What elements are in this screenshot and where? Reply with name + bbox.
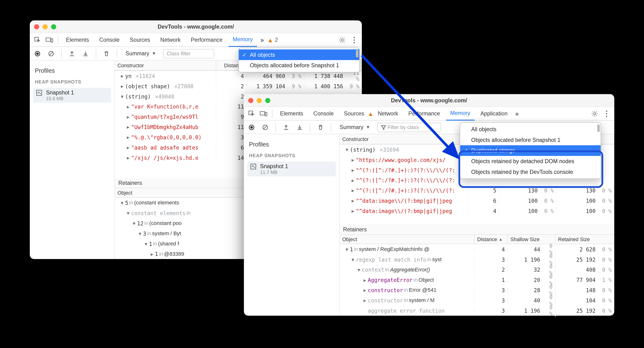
dropdown-option-before[interactable]: Objects allocated before Snapshot 1 bbox=[239, 60, 359, 71]
dropdown-option-duplicated[interactable]: Duplicated strings bbox=[460, 145, 600, 156]
titlebar[interactable]: DevTools - www.google.com/ bbox=[244, 94, 614, 107]
more-tabs-icon[interactable]: » bbox=[514, 110, 520, 117]
col-shallow[interactable]: Shallow Size bbox=[508, 235, 556, 244]
upload-icon[interactable] bbox=[67, 49, 77, 59]
svg-point-17 bbox=[606, 113, 607, 114]
devtools-window-2: DevTools - www.google.com/ Elements Cons… bbox=[244, 94, 614, 316]
close-icon[interactable] bbox=[248, 98, 253, 103]
table-row[interactable]: ▼regexp_last_match_info in syst31 1960 %… bbox=[340, 254, 614, 264]
dropdown-option-detached[interactable]: Objects retained by detached DOM nodes bbox=[460, 156, 600, 167]
tab-console[interactable]: Console bbox=[309, 107, 338, 120]
titlebar[interactable]: DevTools - www.google.com/ bbox=[30, 21, 362, 33]
tab-sources[interactable]: Sources bbox=[340, 107, 368, 120]
snapshot-item[interactable]: Snapshot 1 11.7 MB bbox=[248, 161, 336, 177]
close-icon[interactable] bbox=[34, 24, 39, 29]
tab-memory[interactable]: Memory bbox=[446, 107, 474, 120]
table-row[interactable]: ▶constructor in system / M3400 %1040 % bbox=[340, 295, 614, 305]
download-icon[interactable] bbox=[80, 49, 91, 59]
upload-icon[interactable] bbox=[281, 122, 291, 132]
maximize-icon[interactable] bbox=[51, 24, 56, 29]
svg-point-16 bbox=[606, 110, 607, 112]
svg-point-20 bbox=[250, 126, 253, 129]
table-row[interactable]: ▶"^(?:([^:/?#.]+):)?(?:\\/\\/(?:51300 %1… bbox=[340, 185, 614, 196]
snapshot-size: 15.8 MB bbox=[46, 96, 74, 101]
view-select[interactable]: Summary ▼ bbox=[336, 122, 374, 132]
tab-sources[interactable]: Sources bbox=[126, 33, 154, 47]
download-icon[interactable] bbox=[294, 122, 305, 132]
tab-network[interactable]: Network bbox=[156, 33, 185, 47]
traffic-lights[interactable] bbox=[34, 24, 56, 29]
sidebar-profiles-label: Profiles bbox=[30, 64, 114, 78]
kebab-icon[interactable] bbox=[349, 35, 360, 45]
inspect-icon[interactable] bbox=[32, 35, 43, 45]
warnings-badge[interactable]: ▲ 2 bbox=[268, 37, 278, 44]
dropdown-option-before[interactable]: Objects allocated before Snapshot 1 bbox=[460, 135, 600, 145]
table-row[interactable]: ▶"^data:image\\/(?:bmp|gif|jpeg41000 %10… bbox=[340, 206, 614, 216]
warnings-count: 2 bbox=[275, 37, 278, 43]
kebab-icon[interactable] bbox=[602, 109, 612, 119]
table-row[interactable]: ▶(object shape)×2700821 359 1049 %1 400 … bbox=[115, 81, 362, 91]
profiles-sidebar: Profiles HEAP SNAPSHOTS Snapshot 1 11.7 … bbox=[244, 134, 340, 316]
col-constructor[interactable]: Constructor bbox=[340, 134, 468, 144]
chevron-down-icon: ▼ bbox=[152, 51, 156, 56]
settings-icon[interactable] bbox=[590, 109, 600, 119]
class-filter-input[interactable]: Class filter bbox=[163, 49, 214, 58]
col-object[interactable]: Object bbox=[340, 235, 474, 244]
tab-performance[interactable]: Performance bbox=[404, 107, 444, 120]
table-row[interactable]: ▶constructor in Error @5413280 %1480 % bbox=[340, 285, 614, 295]
class-filter-input[interactable]: Filter by class bbox=[377, 122, 441, 132]
svg-rect-2 bbox=[51, 39, 53, 42]
tab-elements[interactable]: Elements bbox=[276, 107, 308, 120]
settings-icon[interactable] bbox=[337, 35, 348, 45]
col-retained[interactable]: Retained Size bbox=[556, 235, 614, 244]
table-row[interactable]: ▼context in AggregateError()2320 %4080 % bbox=[340, 264, 614, 275]
tab-memory[interactable]: Memory bbox=[228, 33, 257, 47]
tab-console[interactable]: Console bbox=[95, 33, 124, 47]
table-row[interactable]: ▶AggregateError in Object1200 %77 9041 % bbox=[340, 275, 614, 285]
filter-dropdown[interactable]: All objects Objects allocated before Sna… bbox=[460, 122, 601, 179]
tab-application[interactable]: Application bbox=[476, 107, 512, 120]
scrollbar-thumb[interactable] bbox=[356, 50, 358, 58]
tab-network[interactable]: ▲ Network bbox=[370, 107, 402, 120]
record-icon[interactable] bbox=[246, 122, 257, 132]
dropdown-option-all[interactable]: All objects bbox=[239, 49, 359, 60]
sidebar-heap-label: HEAP SNAPSHOTS bbox=[244, 151, 339, 160]
col-distance[interactable]: Distance bbox=[474, 235, 508, 244]
dropdown-option-console[interactable]: Objects retained by the DevTools console bbox=[460, 166, 600, 177]
sidebar-heap-label: HEAP SNAPSHOTS bbox=[30, 78, 114, 86]
svg-point-6 bbox=[354, 42, 355, 43]
device-icon[interactable] bbox=[44, 35, 54, 45]
dropdown-option-all[interactable]: All objects bbox=[460, 124, 600, 135]
maximize-icon[interactable] bbox=[265, 98, 270, 103]
delete-icon[interactable] bbox=[101, 49, 112, 59]
delete-icon[interactable] bbox=[315, 122, 326, 132]
tab-elements[interactable]: Elements bbox=[62, 33, 94, 47]
warning-icon: ▲ bbox=[268, 37, 274, 44]
minimize-icon[interactable] bbox=[257, 98, 262, 103]
device-icon[interactable] bbox=[258, 109, 268, 119]
more-tabs-icon[interactable]: » bbox=[258, 36, 266, 44]
inspect-icon[interactable] bbox=[246, 109, 257, 119]
svg-point-15 bbox=[594, 113, 596, 115]
svg-line-22 bbox=[264, 125, 267, 129]
minimize-icon[interactable] bbox=[43, 24, 48, 29]
clear-icon[interactable] bbox=[46, 49, 56, 59]
retainers-title: Retainers bbox=[340, 224, 614, 235]
traffic-lights[interactable] bbox=[248, 98, 270, 103]
class-filter-placeholder: Filter by class bbox=[388, 124, 419, 130]
record-icon[interactable] bbox=[32, 49, 43, 59]
col-constructor[interactable]: Constructor bbox=[115, 61, 216, 70]
table-row[interactable]: ▶"^data:image\\/(?:bmp|gif|jpeg61000 %10… bbox=[340, 196, 614, 206]
view-select[interactable]: Summary ▼ bbox=[122, 49, 160, 59]
filter-dropdown[interactable]: All objects Objects allocated before Sna… bbox=[238, 48, 360, 73]
window-title: DevTools - www.google.com/ bbox=[244, 97, 614, 104]
tab-performance[interactable]: Performance bbox=[186, 33, 227, 47]
clear-icon[interactable] bbox=[260, 122, 270, 132]
svg-point-18 bbox=[606, 115, 607, 117]
table-row[interactable]: ▼1 in system / RegExpMatchInfo @4440 %2 … bbox=[340, 244, 614, 254]
scrollbar-thumb[interactable] bbox=[597, 125, 600, 132]
table-row[interactable]: aggregate_error_function31 1960 %25 1920… bbox=[340, 305, 614, 316]
snapshot-item[interactable]: Snapshot 1 15.8 MB bbox=[33, 88, 111, 103]
view-select-label: Summary bbox=[126, 50, 149, 57]
snapshot-icon bbox=[36, 90, 43, 96]
